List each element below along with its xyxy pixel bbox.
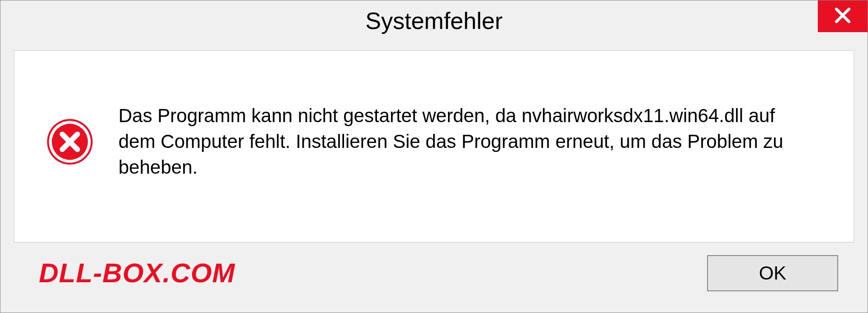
error-icon [46, 118, 94, 166]
watermark-text: DLL-BOX.COM [39, 257, 235, 289]
message-panel: Das Programm kann nicht gestartet werden… [14, 50, 854, 242]
close-icon [833, 6, 852, 27]
error-message: Das Programm kann nicht gestartet werden… [118, 103, 831, 180]
error-dialog: Systemfehler Das Programm kann nicht ges… [0, 0, 868, 313]
title-bar: Systemfehler [0, 0, 868, 41]
close-button[interactable] [818, 0, 868, 32]
ok-button[interactable]: OK [707, 255, 838, 291]
dialog-title: Systemfehler [365, 7, 502, 34]
footer-bar: DLL-BOX.COM OK [14, 242, 854, 304]
content-area: Das Programm kann nicht gestartet werden… [0, 41, 868, 313]
